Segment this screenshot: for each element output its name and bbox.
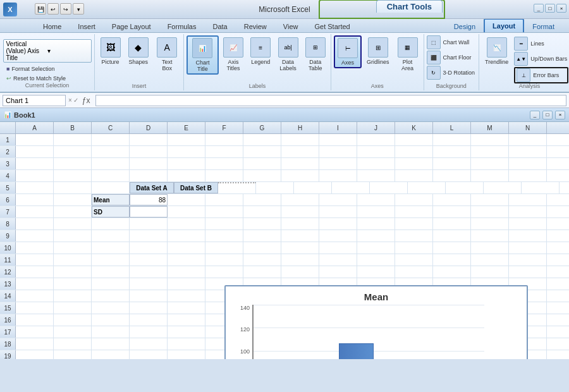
tab-formulas[interactable]: Formulas: [159, 20, 205, 32]
cell-r5-c3[interactable]: Data Set A: [130, 182, 174, 193]
cell-r11-c3[interactable]: [130, 254, 168, 266]
cell-r11-c0[interactable]: [16, 254, 54, 266]
redo-quick-btn[interactable]: ↪: [60, 3, 71, 15]
cell-r7-c13[interactable]: [509, 206, 547, 217]
close-btn[interactable]: ×: [556, 4, 566, 13]
cell-r4-c11[interactable]: [433, 170, 471, 181]
cell-r8-c9[interactable]: [357, 218, 395, 230]
cell-r10-c12[interactable]: [471, 242, 509, 254]
cell-r8-c3[interactable]: [130, 218, 168, 230]
cell-r6-c0[interactable]: [16, 194, 54, 205]
cell-r14-c0[interactable]: [16, 290, 54, 302]
cell-r12-c11[interactable]: [433, 266, 471, 278]
cell-r4-c5[interactable]: [205, 170, 243, 181]
cell-r7-c2[interactable]: SD: [92, 206, 130, 217]
cell-r5-c10[interactable]: [408, 182, 446, 193]
chart-floor-btn[interactable]: Chart Floor: [442, 54, 473, 61]
legend-btn[interactable]: ≡ Legend: [248, 35, 273, 67]
cell-r1-c11[interactable]: [433, 134, 471, 145]
cell-r5-c6[interactable]: [256, 182, 294, 193]
cell-r3-c6[interactable]: [243, 158, 281, 169]
cell-r16-c0[interactable]: [16, 314, 54, 326]
cell-r14-c2[interactable]: [92, 290, 130, 302]
workbook-min-btn[interactable]: _: [530, 111, 540, 119]
cell-r9-c1[interactable]: [54, 230, 92, 242]
cell-r2-c1[interactable]: [54, 146, 92, 157]
cell-r4-c3[interactable]: [130, 170, 168, 181]
cell-r4-c4[interactable]: [168, 170, 205, 181]
shapes-btn[interactable]: ◆ Shapes: [125, 35, 151, 67]
tab-review[interactable]: Review: [236, 20, 275, 32]
cell-r10-c9[interactable]: [357, 242, 395, 254]
lines-btn[interactable]: Lines: [529, 40, 546, 47]
cell-r2-c8[interactable]: [319, 146, 357, 157]
chart-wall-btn[interactable]: Chart Wall: [442, 39, 471, 46]
chart-area[interactable]: Mean Axis Title 140 120 100 80 60 40 20 …: [224, 285, 528, 359]
cell-r1-c9[interactable]: [357, 134, 395, 145]
cell-r6-c10[interactable]: [395, 194, 433, 205]
cell-r1-c8[interactable]: [319, 134, 357, 145]
cell-r6-c11[interactable]: [433, 194, 471, 205]
cell-r8-c0[interactable]: [16, 218, 54, 230]
cell-r3-c11[interactable]: [433, 158, 471, 169]
cell-r10-c1[interactable]: [54, 242, 92, 254]
cell-r13-c1[interactable]: [54, 278, 92, 290]
cell-r12-c8[interactable]: [319, 266, 357, 278]
cell-r2-c2[interactable]: [92, 146, 130, 157]
minimize-btn[interactable]: _: [534, 4, 544, 13]
cell-r3-c9[interactable]: [357, 158, 395, 169]
cell-r12-c5[interactable]: [205, 266, 243, 278]
cell-r3-c10[interactable]: [395, 158, 433, 169]
cell-r10-c7[interactable]: [281, 242, 319, 254]
cell-r5-c2[interactable]: [92, 182, 130, 193]
cell-r8-c11[interactable]: [433, 218, 471, 230]
cell-r6-c13[interactable]: [509, 194, 547, 205]
undo-quick-btn[interactable]: ↩: [47, 3, 59, 15]
cell-r8-c5[interactable]: [205, 218, 243, 230]
cell-r8-c8[interactable]: [319, 218, 357, 230]
cell-r6-c6[interactable]: [243, 194, 281, 205]
cell-r2-c12[interactable]: [471, 146, 509, 157]
cell-r15-c1[interactable]: [54, 302, 92, 314]
error-bars-btn[interactable]: Error Bars: [532, 71, 560, 79]
trendline-btn[interactable]: 📉 Trendline: [482, 35, 511, 67]
cell-r10-c0[interactable]: [16, 242, 54, 254]
cell-r12-c3[interactable]: [130, 266, 168, 278]
tab-chart-format[interactable]: Format: [524, 20, 563, 32]
cell-r3-c13[interactable]: [509, 158, 547, 169]
name-box[interactable]: Chart 1: [3, 95, 66, 106]
cell-r3-c0[interactable]: [16, 158, 54, 169]
cell-r6-c12[interactable]: [471, 194, 509, 205]
cell-r3-c4[interactable]: [168, 158, 205, 169]
cell-r7-c3[interactable]: [130, 206, 168, 217]
text-box-btn[interactable]: A Text Box: [153, 35, 181, 73]
cell-r13-c0[interactable]: [16, 278, 54, 290]
cell-r2-c9[interactable]: [357, 146, 395, 157]
up-down-bars-btn[interactable]: Up/Down Bars: [529, 55, 568, 63]
cell-r7-c9[interactable]: [357, 206, 395, 217]
cell-r12-c4[interactable]: [168, 266, 205, 278]
picture-btn[interactable]: 🖼 Picture: [97, 35, 123, 67]
cell-r5-c0[interactable]: [16, 182, 54, 193]
cell-r19-c4[interactable]: [168, 350, 205, 359]
cell-r4-c0[interactable]: [16, 170, 54, 181]
cell-r2-c13[interactable]: [509, 146, 547, 157]
cell-r2-c4[interactable]: [168, 146, 205, 157]
cell-r9-c3[interactable]: [130, 230, 168, 242]
cell-r9-c2[interactable]: [92, 230, 130, 242]
maximize-btn[interactable]: □: [545, 4, 555, 13]
tab-data[interactable]: Data: [204, 20, 235, 32]
cell-r2-c3[interactable]: [130, 146, 168, 157]
cell-r4-c10[interactable]: [395, 170, 433, 181]
cell-r12-c1[interactable]: [54, 266, 92, 278]
cell-r13-c2[interactable]: [92, 278, 130, 290]
cell-r16-c1[interactable]: [54, 314, 92, 326]
cell-r18-c3[interactable]: [130, 338, 168, 350]
cell-r10-c11[interactable]: [433, 242, 471, 254]
cell-r4-c2[interactable]: [92, 170, 130, 181]
3d-rotation-btn[interactable]: 3-D Rotation: [442, 69, 477, 77]
cell-r3-c7[interactable]: [281, 158, 319, 169]
tab-insert[interactable]: Insert: [70, 20, 104, 32]
plot-area-btn[interactable]: ▦ PlotArea: [395, 35, 421, 73]
cell-r18-c0[interactable]: [16, 338, 54, 350]
